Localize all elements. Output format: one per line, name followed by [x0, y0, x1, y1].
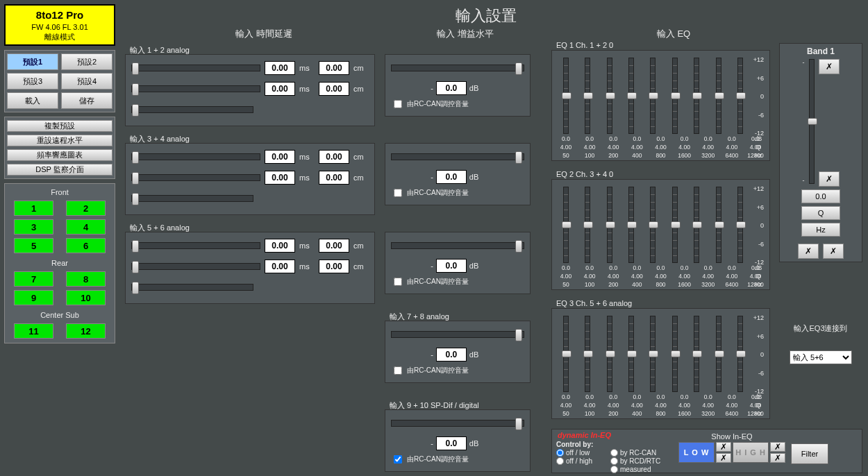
eq-slider-1-9[interactable] [731, 58, 750, 134]
delay-cm-1-2[interactable] [319, 82, 349, 96]
opt-off-low[interactable]: off / low [556, 449, 605, 457]
delay-slider-2-1[interactable] [131, 153, 260, 160]
eq-slider-2-7[interactable] [687, 187, 706, 263]
preset-1-button[interactable]: 預設1 [7, 53, 58, 70]
low-mute-button[interactable]: ✗ [716, 442, 731, 452]
eq-link-select[interactable]: 輸入 5+6 [790, 350, 852, 364]
paraeq-gain-value[interactable]: 0.0 [801, 189, 840, 203]
delay-cm-3-1[interactable] [319, 239, 349, 253]
delay-cm-3-2[interactable] [319, 260, 349, 273]
eq-slider-2-6[interactable] [665, 187, 684, 263]
delay-ms-1-2[interactable] [265, 82, 295, 96]
gain-slider-3[interactable] [391, 242, 524, 249]
delay-slider-3-link[interactable] [131, 284, 253, 291]
ch-9-button[interactable]: 9 [14, 290, 53, 305]
high-mute2-button[interactable]: ✗ [770, 453, 785, 463]
delay-slider-3-1[interactable] [131, 242, 260, 249]
gain-rc-checkbox-2[interactable] [394, 189, 402, 197]
paraeq-mute-bottom-button[interactable]: ✗ [819, 171, 840, 187]
eq-slider-1-2[interactable] [578, 58, 596, 134]
ch-3-button[interactable]: 3 [14, 219, 53, 235]
delay-slider-2-link[interactable] [131, 195, 253, 202]
gain-db-3[interactable] [436, 259, 467, 273]
ch-10-button[interactable]: 10 [66, 290, 106, 305]
opt-off-high[interactable]: off / high [556, 457, 605, 465]
eq-slider-1-5[interactable] [644, 58, 662, 134]
paraeq-hz-value[interactable]: Hz [801, 223, 840, 237]
filter-button[interactable]: Filter [791, 443, 828, 464]
delay-ms-3-1[interactable] [265, 239, 295, 253]
reset-levels-button[interactable]: 重設遠程水平 [7, 135, 112, 146]
opt-measured[interactable]: measured [610, 466, 673, 473]
eq-slider-1-8[interactable] [709, 58, 728, 134]
eq-slider-1-6[interactable] [665, 58, 684, 134]
eq-slider-3-1[interactable] [556, 316, 575, 392]
show-low-button[interactable]: L O W [678, 442, 715, 463]
delay-cm-2-1[interactable] [319, 150, 349, 164]
delay-ms-2-2[interactable] [265, 171, 295, 185]
ch-7-button[interactable]: 7 [14, 271, 53, 287]
eq-slider-2-8[interactable] [709, 187, 728, 263]
delay-ms-1-1[interactable] [265, 61, 295, 75]
preset-4-button[interactable]: 預設4 [61, 73, 112, 90]
ch-1-button[interactable]: 1 [14, 201, 53, 216]
eq-slider-3-4[interactable] [621, 316, 640, 392]
paraeq-gain-slider[interactable] [809, 59, 815, 184]
paraeq-mute-top-button[interactable]: ✗ [819, 59, 840, 74]
low-mute2-button[interactable]: ✗ [716, 453, 731, 463]
delay-cm-2-2[interactable] [319, 171, 349, 185]
ch-4-button[interactable]: 4 [66, 219, 106, 235]
save-button[interactable]: 儲存 [61, 92, 112, 109]
eq-slider-2-2[interactable] [578, 187, 596, 263]
delay-slider-1-link[interactable] [131, 106, 253, 113]
dsp-monitor-button[interactable]: DSP 監察介面 [7, 164, 112, 176]
gain-db-2[interactable] [436, 170, 467, 184]
paraeq-q-value[interactable]: Q [801, 206, 840, 220]
delay-ms-2-1[interactable] [265, 150, 295, 164]
gain-slider-5[interactable] [391, 420, 524, 427]
delay-slider-3-2[interactable] [131, 263, 260, 270]
gain-rc-checkbox-3[interactable] [394, 278, 402, 286]
preset-2-button[interactable]: 預設2 [61, 53, 112, 70]
eq-slider-2-5[interactable] [644, 187, 662, 263]
paraeq-next-button[interactable]: ✗ [823, 244, 844, 259]
gain-rc-checkbox-4[interactable] [394, 366, 402, 375]
delay-ms-3-2[interactable] [265, 260, 295, 273]
load-button[interactable]: 載入 [7, 92, 58, 109]
eq-slider-1-3[interactable] [600, 58, 619, 134]
eq-slider-3-8[interactable] [709, 316, 728, 392]
eq-slider-3-9[interactable] [731, 316, 750, 392]
gain-db-1[interactable] [436, 81, 467, 95]
gain-db-4[interactable] [436, 348, 467, 362]
gain-slider-4[interactable] [391, 331, 524, 338]
eq-slider-2-9[interactable] [731, 187, 750, 263]
gain-rc-checkbox-5[interactable] [394, 455, 402, 464]
eq-slider-3-7[interactable] [687, 316, 706, 392]
ch-2-button[interactable]: 2 [66, 201, 106, 216]
delay-slider-2-2[interactable] [131, 174, 260, 181]
opt-rcd-rtc[interactable]: by RCD/RTC [610, 457, 673, 465]
gain-slider-2[interactable] [391, 153, 524, 160]
eq-slider-3-2[interactable] [578, 316, 596, 392]
delay-slider-1-2[interactable] [131, 85, 260, 92]
high-mute-button[interactable]: ✗ [770, 442, 785, 452]
eq-slider-3-3[interactable] [600, 316, 619, 392]
paraeq-prev-button[interactable]: ✗ [798, 244, 819, 259]
copy-preset-button[interactable]: 複製預設 [7, 120, 112, 132]
preset-3-button[interactable]: 預設3 [7, 73, 58, 90]
freq-chart-button[interactable]: 頻率響應圖表 [7, 149, 112, 161]
eq-slider-2-1[interactable] [556, 187, 575, 263]
ch-8-button[interactable]: 8 [66, 271, 106, 287]
show-high-button[interactable]: H I G H [733, 442, 769, 463]
ch-5-button[interactable]: 5 [14, 238, 53, 253]
ch-12-button[interactable]: 12 [66, 323, 106, 339]
eq-slider-3-6[interactable] [665, 316, 684, 392]
ch-11-button[interactable]: 11 [14, 323, 53, 339]
delay-slider-1-1[interactable] [131, 65, 260, 71]
opt-rc-can[interactable]: by RC-CAN [610, 449, 673, 457]
eq-slider-2-3[interactable] [600, 187, 619, 263]
eq-slider-1-7[interactable] [687, 58, 706, 134]
eq-slider-1-4[interactable] [621, 58, 640, 134]
eq-slider-3-5[interactable] [644, 316, 662, 392]
gain-rc-checkbox-1[interactable] [394, 100, 402, 108]
